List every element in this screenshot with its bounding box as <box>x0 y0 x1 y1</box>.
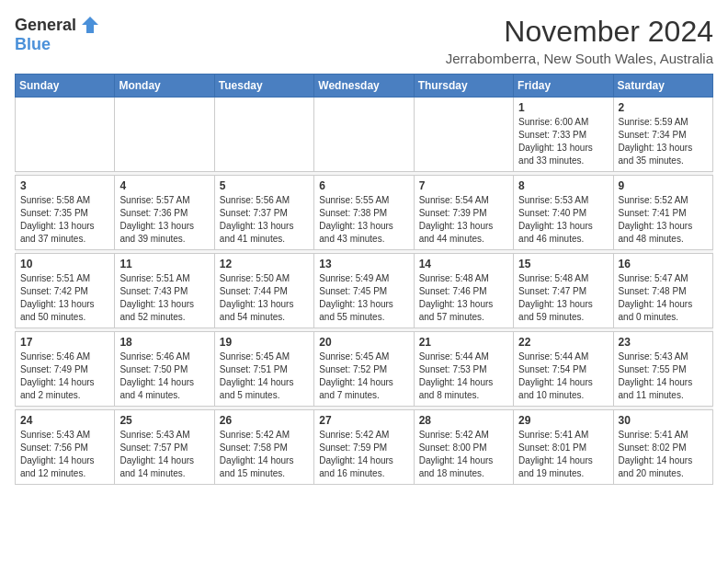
logo-blue: Blue <box>15 35 51 53</box>
calendar-cell: 27Sunrise: 5:42 AMSunset: 7:59 PMDayligh… <box>314 410 414 485</box>
day-number: 29 <box>518 414 608 427</box>
logo: General Blue <box>15 15 100 54</box>
day-number: 28 <box>419 414 508 427</box>
day-number: 3 <box>20 179 109 192</box>
day-detail: Sunrise: 5:42 AMSunset: 7:58 PMDaylight:… <box>220 429 309 480</box>
calendar-cell: 10Sunrise: 5:51 AMSunset: 7:42 PMDayligh… <box>16 254 115 328</box>
day-detail: Sunrise: 5:44 AMSunset: 7:54 PMDaylight:… <box>518 350 608 402</box>
calendar-cell: 17Sunrise: 5:46 AMSunset: 7:49 PMDayligh… <box>16 332 115 407</box>
day-number: 14 <box>419 258 508 270</box>
calendar-cell: 2Sunrise: 5:59 AMSunset: 7:34 PMDaylight… <box>613 98 712 172</box>
day-detail: Sunrise: 5:55 AMSunset: 7:38 PMDaylight:… <box>319 194 408 246</box>
calendar-cell: 19Sunrise: 5:45 AMSunset: 7:51 PMDayligh… <box>214 332 313 407</box>
day-number: 12 <box>220 258 309 270</box>
day-number: 20 <box>319 336 408 349</box>
day-detail: Sunrise: 5:50 AMSunset: 7:44 PMDaylight:… <box>220 272 309 324</box>
day-number: 23 <box>619 336 708 349</box>
calendar-cell: 12Sunrise: 5:50 AMSunset: 7:44 PMDayligh… <box>214 254 313 328</box>
day-number: 16 <box>619 258 708 270</box>
logo-general: General <box>15 16 76 35</box>
weekday-header-monday: Monday <box>115 75 214 98</box>
calendar-cell <box>115 98 214 172</box>
day-number: 6 <box>319 179 408 192</box>
calendar-cell: 23Sunrise: 5:43 AMSunset: 7:55 PMDayligh… <box>613 332 712 407</box>
day-detail: Sunrise: 5:41 AMSunset: 8:01 PMDaylight:… <box>518 429 608 480</box>
calendar-cell: 4Sunrise: 5:57 AMSunset: 7:36 PMDaylight… <box>115 176 214 250</box>
logo-icon <box>80 15 100 35</box>
day-number: 17 <box>20 336 109 349</box>
day-detail: Sunrise: 5:42 AMSunset: 7:59 PMDaylight:… <box>319 429 408 480</box>
day-detail: Sunrise: 5:46 AMSunset: 7:50 PMDaylight:… <box>119 350 209 402</box>
day-detail: Sunrise: 5:41 AMSunset: 8:02 PMDaylight:… <box>619 429 708 480</box>
calendar-cell <box>414 98 513 172</box>
calendar-cell: 18Sunrise: 5:46 AMSunset: 7:50 PMDayligh… <box>115 332 214 407</box>
calendar-cell <box>214 98 313 172</box>
day-number: 8 <box>518 179 608 192</box>
page-header: General Blue November 2024 Jerrabomberra… <box>15 15 713 66</box>
calendar-cell: 21Sunrise: 5:44 AMSunset: 7:53 PMDayligh… <box>414 332 513 407</box>
day-number: 11 <box>119 258 209 270</box>
calendar-week-row: 3Sunrise: 5:58 AMSunset: 7:35 PMDaylight… <box>16 176 713 250</box>
day-number: 13 <box>319 258 408 270</box>
day-detail: Sunrise: 5:58 AMSunset: 7:35 PMDaylight:… <box>20 194 109 246</box>
day-number: 9 <box>619 179 708 192</box>
calendar-cell: 8Sunrise: 5:53 AMSunset: 7:40 PMDaylight… <box>514 176 613 250</box>
location-title: Jerrabomberra, New South Wales, Australi… <box>446 51 713 66</box>
calendar-cell: 1Sunrise: 6:00 AMSunset: 7:33 PMDaylight… <box>514 98 613 172</box>
day-detail: Sunrise: 5:54 AMSunset: 7:39 PMDaylight:… <box>419 194 508 246</box>
calendar-cell: 14Sunrise: 5:48 AMSunset: 7:46 PMDayligh… <box>414 254 513 328</box>
day-detail: Sunrise: 5:53 AMSunset: 7:40 PMDaylight:… <box>518 194 608 246</box>
calendar-cell: 7Sunrise: 5:54 AMSunset: 7:39 PMDaylight… <box>414 176 513 250</box>
calendar-cell: 5Sunrise: 5:56 AMSunset: 7:37 PMDaylight… <box>214 176 313 250</box>
calendar-week-row: 1Sunrise: 6:00 AMSunset: 7:33 PMDaylight… <box>16 98 713 172</box>
day-detail: Sunrise: 5:43 AMSunset: 7:56 PMDaylight:… <box>20 429 109 480</box>
day-detail: Sunrise: 5:59 AMSunset: 7:34 PMDaylight:… <box>619 116 708 167</box>
calendar-cell: 15Sunrise: 5:48 AMSunset: 7:47 PMDayligh… <box>514 254 613 328</box>
calendar-cell: 28Sunrise: 5:42 AMSunset: 8:00 PMDayligh… <box>414 410 513 485</box>
day-number: 22 <box>518 336 608 349</box>
day-detail: Sunrise: 5:45 AMSunset: 7:51 PMDaylight:… <box>220 350 309 402</box>
svg-marker-0 <box>82 17 98 33</box>
calendar-cell <box>16 98 115 172</box>
calendar-cell: 6Sunrise: 5:55 AMSunset: 7:38 PMDaylight… <box>314 176 414 250</box>
day-number: 7 <box>419 179 508 192</box>
day-number: 30 <box>619 414 708 427</box>
weekday-header-friday: Friday <box>514 75 613 98</box>
day-detail: Sunrise: 5:47 AMSunset: 7:48 PMDaylight:… <box>619 272 708 324</box>
calendar-cell: 30Sunrise: 5:41 AMSunset: 8:02 PMDayligh… <box>613 410 712 485</box>
calendar-header-row: SundayMondayTuesdayWednesdayThursdayFrid… <box>16 75 713 98</box>
day-detail: Sunrise: 5:45 AMSunset: 7:52 PMDaylight:… <box>319 350 408 402</box>
calendar-week-row: 17Sunrise: 5:46 AMSunset: 7:49 PMDayligh… <box>16 332 713 407</box>
title-block: November 2024 Jerrabomberra, New South W… <box>446 15 713 66</box>
day-number: 25 <box>119 414 209 427</box>
calendar-cell: 16Sunrise: 5:47 AMSunset: 7:48 PMDayligh… <box>613 254 712 328</box>
calendar-cell: 26Sunrise: 5:42 AMSunset: 7:58 PMDayligh… <box>214 410 313 485</box>
day-number: 15 <box>518 258 608 270</box>
day-detail: Sunrise: 5:52 AMSunset: 7:41 PMDaylight:… <box>619 194 708 246</box>
day-detail: Sunrise: 5:43 AMSunset: 7:57 PMDaylight:… <box>119 429 209 480</box>
day-number: 4 <box>119 179 209 192</box>
calendar-cell: 13Sunrise: 5:49 AMSunset: 7:45 PMDayligh… <box>314 254 414 328</box>
day-number: 26 <box>220 414 309 427</box>
weekday-header-sunday: Sunday <box>16 75 115 98</box>
day-number: 18 <box>119 336 209 349</box>
weekday-header-wednesday: Wednesday <box>314 75 414 98</box>
weekday-header-thursday: Thursday <box>414 75 513 98</box>
calendar-cell: 29Sunrise: 5:41 AMSunset: 8:01 PMDayligh… <box>514 410 613 485</box>
calendar-cell: 9Sunrise: 5:52 AMSunset: 7:41 PMDaylight… <box>613 176 712 250</box>
calendar-table: SundayMondayTuesdayWednesdayThursdayFrid… <box>15 74 713 485</box>
day-number: 21 <box>419 336 508 349</box>
day-detail: Sunrise: 5:56 AMSunset: 7:37 PMDaylight:… <box>220 194 309 246</box>
day-detail: Sunrise: 5:44 AMSunset: 7:53 PMDaylight:… <box>419 350 508 402</box>
calendar-week-row: 10Sunrise: 5:51 AMSunset: 7:42 PMDayligh… <box>16 254 713 328</box>
day-detail: Sunrise: 5:42 AMSunset: 8:00 PMDaylight:… <box>419 429 508 480</box>
weekday-header-tuesday: Tuesday <box>214 75 313 98</box>
day-detail: Sunrise: 5:46 AMSunset: 7:49 PMDaylight:… <box>20 350 109 402</box>
day-number: 2 <box>619 101 708 114</box>
day-detail: Sunrise: 5:43 AMSunset: 7:55 PMDaylight:… <box>619 350 708 402</box>
month-title: November 2024 <box>446 15 713 49</box>
calendar-cell: 24Sunrise: 5:43 AMSunset: 7:56 PMDayligh… <box>16 410 115 485</box>
day-number: 10 <box>20 258 109 270</box>
day-detail: Sunrise: 5:51 AMSunset: 7:43 PMDaylight:… <box>119 272 209 324</box>
day-number: 27 <box>319 414 408 427</box>
